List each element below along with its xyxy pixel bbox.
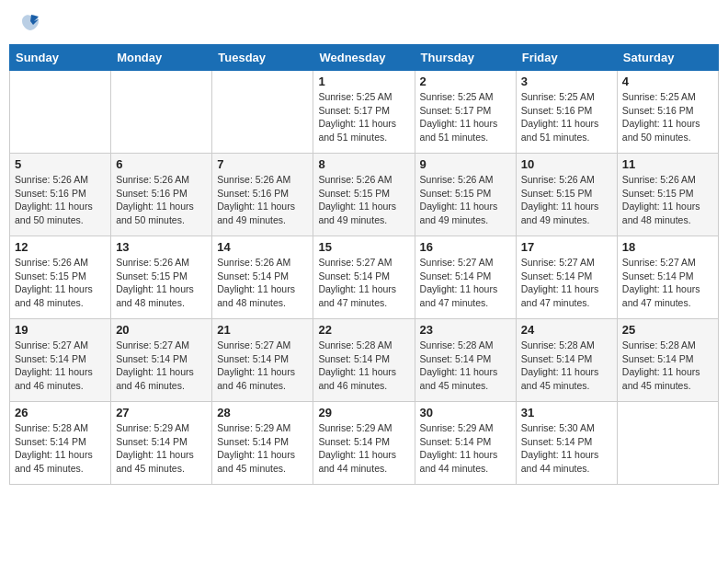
calendar-cell: 3Sunrise: 5:25 AMSunset: 5:16 PMDaylight… — [516, 71, 617, 154]
day-info: Sunrise: 5:25 AMSunset: 5:17 PMDaylight:… — [420, 90, 511, 144]
page-header — [9, 9, 719, 37]
day-info: Sunrise: 5:26 AMSunset: 5:15 PMDaylight:… — [622, 173, 713, 227]
day-info: Sunrise: 5:26 AMSunset: 5:15 PMDaylight:… — [420, 173, 511, 227]
calendar-cell: 2Sunrise: 5:25 AMSunset: 5:17 PMDaylight… — [415, 71, 516, 154]
calendar-week-row: 12Sunrise: 5:26 AMSunset: 5:15 PMDayligh… — [10, 236, 719, 319]
calendar-cell: 6Sunrise: 5:26 AMSunset: 5:16 PMDaylight… — [111, 154, 212, 236]
calendar-cell — [10, 71, 111, 154]
day-info: Sunrise: 5:26 AMSunset: 5:14 PMDaylight:… — [217, 256, 308, 310]
weekday-header-wednesday: Wednesday — [313, 45, 415, 71]
day-info: Sunrise: 5:28 AMSunset: 5:14 PMDaylight:… — [622, 339, 713, 393]
weekday-header-friday: Friday — [516, 45, 617, 71]
logo-bird-icon — [20, 14, 40, 32]
calendar-cell: 29Sunrise: 5:29 AMSunset: 5:14 PMDayligh… — [313, 402, 415, 485]
day-info: Sunrise: 5:29 AMSunset: 5:14 PMDaylight:… — [318, 421, 409, 476]
calendar-week-row: 26Sunrise: 5:28 AMSunset: 5:14 PMDayligh… — [10, 402, 719, 485]
day-number: 18 — [622, 240, 713, 254]
day-number: 28 — [217, 406, 308, 419]
calendar-cell: 10Sunrise: 5:26 AMSunset: 5:15 PMDayligh… — [516, 154, 617, 236]
weekday-header-tuesday: Tuesday — [212, 45, 313, 71]
day-number: 31 — [521, 406, 612, 419]
calendar-cell: 25Sunrise: 5:28 AMSunset: 5:14 PMDayligh… — [617, 319, 718, 402]
calendar-cell: 24Sunrise: 5:28 AMSunset: 5:14 PMDayligh… — [516, 319, 617, 402]
day-number: 4 — [622, 75, 713, 88]
day-number: 9 — [420, 157, 511, 171]
day-number: 11 — [622, 157, 713, 171]
weekday-header-sunday: Sunday — [10, 45, 111, 71]
calendar-cell: 22Sunrise: 5:28 AMSunset: 5:14 PMDayligh… — [313, 319, 415, 402]
day-number: 1 — [318, 75, 409, 88]
day-number: 24 — [521, 323, 612, 337]
day-number: 30 — [420, 406, 511, 419]
day-number: 16 — [420, 240, 511, 254]
day-number: 12 — [15, 240, 106, 254]
day-number: 7 — [217, 157, 308, 171]
day-number: 23 — [420, 323, 511, 337]
calendar-cell: 4Sunrise: 5:25 AMSunset: 5:16 PMDaylight… — [617, 71, 718, 154]
weekday-header-saturday: Saturday — [617, 45, 718, 71]
day-info: Sunrise: 5:27 AMSunset: 5:14 PMDaylight:… — [622, 256, 713, 310]
day-info: Sunrise: 5:29 AMSunset: 5:14 PMDaylight:… — [217, 421, 308, 476]
calendar-cell: 20Sunrise: 5:27 AMSunset: 5:14 PMDayligh… — [111, 319, 212, 402]
day-number: 17 — [521, 240, 612, 254]
calendar-cell: 23Sunrise: 5:28 AMSunset: 5:14 PMDayligh… — [415, 319, 516, 402]
calendar-cell: 11Sunrise: 5:26 AMSunset: 5:15 PMDayligh… — [617, 154, 718, 236]
calendar-cell — [212, 71, 313, 154]
calendar-cell: 12Sunrise: 5:26 AMSunset: 5:15 PMDayligh… — [10, 236, 111, 319]
logo — [18, 14, 40, 32]
day-info: Sunrise: 5:26 AMSunset: 5:15 PMDaylight:… — [15, 256, 106, 310]
calendar-cell: 21Sunrise: 5:27 AMSunset: 5:14 PMDayligh… — [212, 319, 313, 402]
day-number: 25 — [622, 323, 713, 337]
day-number: 20 — [116, 323, 207, 337]
day-info: Sunrise: 5:27 AMSunset: 5:14 PMDaylight:… — [116, 339, 207, 393]
day-info: Sunrise: 5:26 AMSunset: 5:15 PMDaylight:… — [116, 256, 207, 310]
calendar-cell: 30Sunrise: 5:29 AMSunset: 5:14 PMDayligh… — [415, 402, 516, 485]
day-info: Sunrise: 5:26 AMSunset: 5:15 PMDaylight:… — [521, 173, 612, 227]
calendar-week-row: 5Sunrise: 5:26 AMSunset: 5:16 PMDaylight… — [10, 154, 719, 236]
day-info: Sunrise: 5:25 AMSunset: 5:17 PMDaylight:… — [318, 90, 409, 144]
calendar-cell: 26Sunrise: 5:28 AMSunset: 5:14 PMDayligh… — [10, 402, 111, 485]
day-number: 21 — [217, 323, 308, 337]
calendar-cell: 16Sunrise: 5:27 AMSunset: 5:14 PMDayligh… — [415, 236, 516, 319]
day-info: Sunrise: 5:26 AMSunset: 5:16 PMDaylight:… — [116, 173, 207, 227]
calendar-cell: 28Sunrise: 5:29 AMSunset: 5:14 PMDayligh… — [212, 402, 313, 485]
day-info: Sunrise: 5:25 AMSunset: 5:16 PMDaylight:… — [521, 90, 612, 144]
day-info: Sunrise: 5:27 AMSunset: 5:14 PMDaylight:… — [217, 339, 308, 393]
calendar-cell: 5Sunrise: 5:26 AMSunset: 5:16 PMDaylight… — [10, 154, 111, 236]
calendar-cell: 13Sunrise: 5:26 AMSunset: 5:15 PMDayligh… — [111, 236, 212, 319]
day-info: Sunrise: 5:29 AMSunset: 5:14 PMDaylight:… — [420, 421, 511, 476]
weekday-header-thursday: Thursday — [415, 45, 516, 71]
day-number: 6 — [116, 157, 207, 171]
day-info: Sunrise: 5:26 AMSunset: 5:16 PMDaylight:… — [15, 173, 106, 227]
day-number: 14 — [217, 240, 308, 254]
calendar-cell: 19Sunrise: 5:27 AMSunset: 5:14 PMDayligh… — [10, 319, 111, 402]
day-info: Sunrise: 5:27 AMSunset: 5:14 PMDaylight:… — [318, 256, 409, 310]
day-info: Sunrise: 5:30 AMSunset: 5:14 PMDaylight:… — [521, 421, 612, 476]
calendar-cell: 7Sunrise: 5:26 AMSunset: 5:16 PMDaylight… — [212, 154, 313, 236]
day-number: 2 — [420, 75, 511, 88]
calendar-cell — [111, 71, 212, 154]
weekday-header-monday: Monday — [111, 45, 212, 71]
day-number: 22 — [318, 323, 409, 337]
day-number: 3 — [521, 75, 612, 88]
weekday-header-row: SundayMondayTuesdayWednesdayThursdayFrid… — [10, 45, 719, 71]
day-info: Sunrise: 5:28 AMSunset: 5:14 PMDaylight:… — [420, 339, 511, 393]
calendar-cell: 31Sunrise: 5:30 AMSunset: 5:14 PMDayligh… — [516, 402, 617, 485]
calendar-cell: 15Sunrise: 5:27 AMSunset: 5:14 PMDayligh… — [313, 236, 415, 319]
calendar-cell: 8Sunrise: 5:26 AMSunset: 5:15 PMDaylight… — [313, 154, 415, 236]
calendar-cell: 9Sunrise: 5:26 AMSunset: 5:15 PMDaylight… — [415, 154, 516, 236]
day-info: Sunrise: 5:29 AMSunset: 5:14 PMDaylight:… — [116, 421, 207, 476]
day-info: Sunrise: 5:28 AMSunset: 5:14 PMDaylight:… — [521, 339, 612, 393]
calendar-week-row: 1Sunrise: 5:25 AMSunset: 5:17 PMDaylight… — [10, 71, 719, 154]
day-number: 8 — [318, 157, 409, 171]
day-info: Sunrise: 5:26 AMSunset: 5:16 PMDaylight:… — [217, 173, 308, 227]
calendar-table: SundayMondayTuesdayWednesdayThursdayFrid… — [9, 44, 719, 485]
day-info: Sunrise: 5:25 AMSunset: 5:16 PMDaylight:… — [622, 90, 713, 144]
calendar-cell: 1Sunrise: 5:25 AMSunset: 5:17 PMDaylight… — [313, 71, 415, 154]
calendar-cell — [617, 402, 718, 485]
day-number: 15 — [318, 240, 409, 254]
calendar-cell: 27Sunrise: 5:29 AMSunset: 5:14 PMDayligh… — [111, 402, 212, 485]
day-info: Sunrise: 5:27 AMSunset: 5:14 PMDaylight:… — [521, 256, 612, 310]
day-info: Sunrise: 5:27 AMSunset: 5:14 PMDaylight:… — [15, 339, 106, 393]
day-info: Sunrise: 5:28 AMSunset: 5:14 PMDaylight:… — [318, 339, 409, 393]
